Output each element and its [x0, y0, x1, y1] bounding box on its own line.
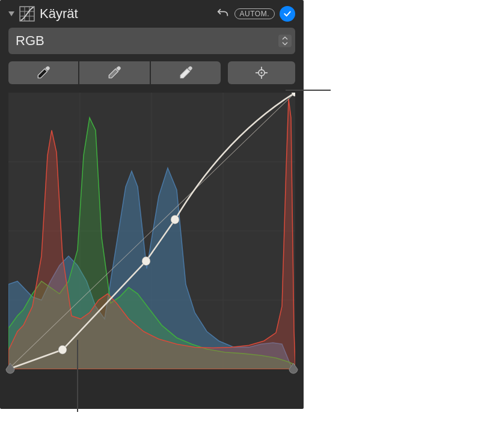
eyedropper-group — [8, 61, 221, 84]
white-point-slider[interactable] — [288, 362, 299, 374]
eyedropper-white-button[interactable] — [151, 61, 221, 84]
panel-title: Käyrät — [40, 6, 212, 22]
eyedropper-black-button[interactable] — [8, 61, 78, 84]
panel-header: Käyrät AUTOM. — [8, 2, 295, 28]
select-stepper-icon — [278, 35, 292, 48]
disclosure-triangle-icon[interactable] — [8, 11, 14, 16]
channel-select[interactable]: RGB — [8, 28, 295, 54]
curves-icon — [19, 6, 35, 22]
undo-icon[interactable] — [216, 7, 230, 20]
svg-point-21 — [171, 215, 179, 224]
enable-toggle[interactable] — [280, 6, 295, 22]
eyedropper-gray-button[interactable] — [79, 61, 149, 84]
svg-point-20 — [142, 257, 150, 266]
auto-button[interactable]: AUTOM. — [234, 8, 275, 19]
curves-histogram[interactable] — [8, 93, 295, 369]
svg-point-10 — [261, 72, 263, 74]
svg-point-19 — [58, 345, 67, 354]
picker-row — [8, 61, 295, 84]
channel-select-label: RGB — [16, 33, 44, 49]
callout-line-bottom — [77, 340, 78, 412]
callout-line-right — [286, 90, 331, 91]
add-point-button[interactable] — [228, 61, 295, 84]
curves-panel: Käyrät AUTOM. RGB — [0, 0, 304, 409]
black-point-slider[interactable] — [5, 362, 16, 374]
